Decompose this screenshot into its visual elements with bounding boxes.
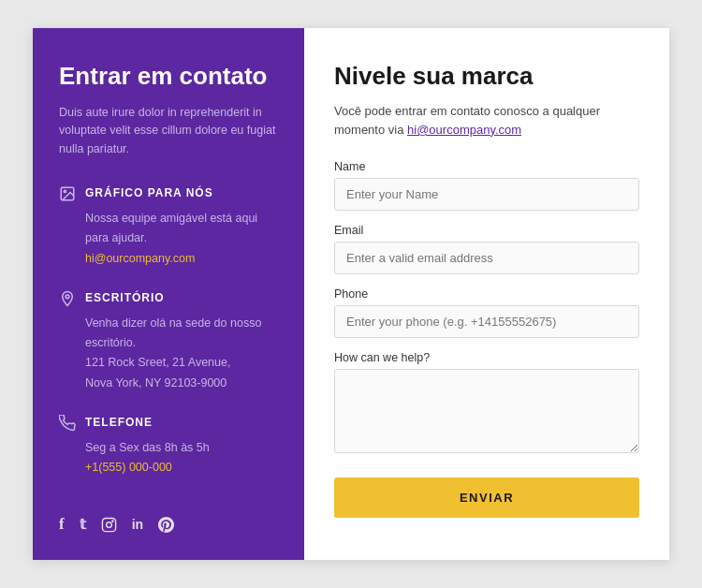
section-office-header: ESCRITÓRIO	[59, 289, 278, 306]
left-description: Duis aute irure dolor in reprehenderit i…	[59, 104, 278, 158]
right-panel: Nivele sua marca Você pode entrar em con…	[304, 28, 669, 561]
form-title: Nivele sua marca	[334, 62, 639, 91]
svg-point-4	[106, 522, 111, 528]
section-office-body: Venha dizer olá na sede do nosso escritó…	[59, 314, 278, 393]
section-graphic-header: GRÁFICO PARA NÓS	[59, 184, 278, 201]
contact-page: Entrar em contato Duis aute irure dolor …	[33, 28, 669, 561]
message-textarea[interactable]	[334, 369, 639, 453]
section-phone-title: TELEFONE	[85, 416, 153, 429]
social-bar: f 𝕥 in	[59, 498, 278, 534]
section-graphic-body: Nossa equipe amigável está aqui para aju…	[59, 209, 278, 269]
svg-rect-3	[102, 519, 115, 532]
svg-point-2	[66, 294, 69, 298]
message-group: How can we help?	[334, 351, 639, 457]
phone-link[interactable]: +1(555) 000-000	[85, 461, 172, 474]
contact-form: Name Email Phone How can we help? ENVIAR	[334, 160, 639, 518]
left-title: Entrar em contato	[59, 62, 278, 91]
svg-point-1	[64, 190, 66, 192]
section-graphic: GRÁFICO PARA NÓS Nossa equipe amigável e…	[59, 184, 278, 269]
section-phone-body: Seg a Sex das 8h às 5h +1(555) 000-000	[59, 438, 278, 478]
section-phone: TELEFONE Seg a Sex das 8h às 5h +1(555) …	[59, 414, 278, 478]
facebook-icon[interactable]: f	[59, 515, 65, 534]
svg-point-5	[112, 521, 113, 522]
twitter-icon[interactable]: 𝕥	[80, 516, 86, 533]
graphic-email-link[interactable]: hi@ourcompany.com	[85, 252, 195, 265]
contact-email-link[interactable]: hi@ourcompany.com	[407, 123, 521, 137]
section-graphic-title: GRÁFICO PARA NÓS	[85, 186, 213, 199]
form-description: Você pode entrar em contato conosco a qu…	[334, 102, 639, 140]
image-icon	[59, 184, 76, 201]
pinterest-icon[interactable]	[158, 516, 174, 533]
left-content: Entrar em contato Duis aute irure dolor …	[59, 62, 278, 499]
email-input[interactable]	[334, 242, 639, 274]
left-panel: Entrar em contato Duis aute irure dolor …	[33, 28, 304, 561]
location-icon	[59, 289, 76, 306]
section-office: ESCRITÓRIO Venha dizer olá na sede do no…	[59, 289, 278, 393]
name-input[interactable]	[334, 178, 639, 211]
phone-label: Phone	[334, 287, 639, 301]
section-office-title: ESCRITÓRIO	[85, 291, 165, 304]
instagram-icon[interactable]	[101, 515, 117, 534]
email-group: Email	[334, 224, 639, 274]
email-label: Email	[334, 224, 639, 237]
submit-button[interactable]: ENVIAR	[334, 478, 639, 518]
phone-input[interactable]	[334, 305, 639, 338]
name-group: Name	[334, 160, 639, 211]
message-label: How can we help?	[334, 351, 639, 364]
linkedin-icon[interactable]: in	[132, 517, 143, 532]
phone-group: Phone	[334, 287, 639, 338]
section-phone-header: TELEFONE	[59, 414, 278, 431]
name-label: Name	[334, 160, 639, 173]
phone-icon	[59, 414, 76, 431]
